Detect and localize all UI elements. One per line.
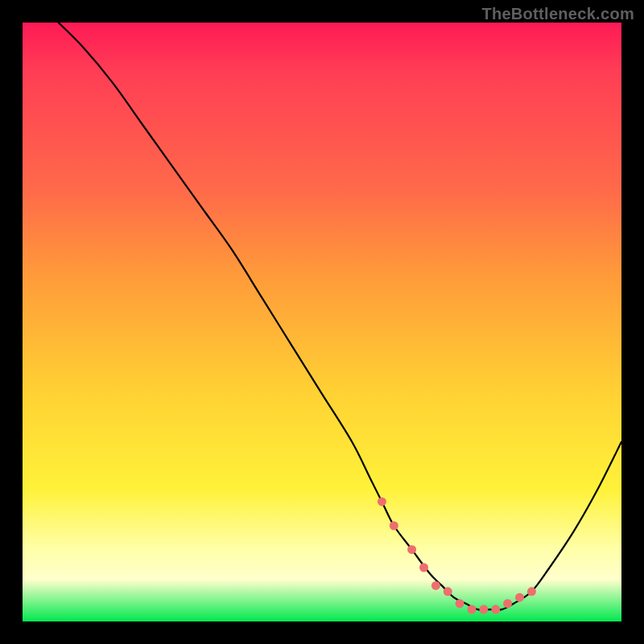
highlight-dots (378, 497, 536, 614)
highlight-dot (419, 564, 428, 572)
highlight-dot (444, 587, 452, 596)
highlight-dot (491, 605, 500, 614)
curve-layer (23, 23, 621, 621)
highlight-dot (407, 545, 416, 554)
highlight-dot (527, 587, 536, 596)
highlight-dot (378, 497, 386, 506)
highlight-dot (390, 522, 398, 530)
highlight-dot (456, 599, 464, 608)
highlight-dot (479, 605, 488, 614)
plot-area (23, 23, 621, 621)
highlight-dot (515, 593, 524, 602)
highlight-dot (431, 581, 440, 590)
highlight-dot (468, 605, 477, 614)
bottleneck-curve (59, 23, 621, 610)
highlight-dot (503, 599, 512, 608)
chart-frame: TheBottleneck.com (0, 0, 644, 644)
watermark-label: TheBottleneck.com (481, 5, 634, 23)
